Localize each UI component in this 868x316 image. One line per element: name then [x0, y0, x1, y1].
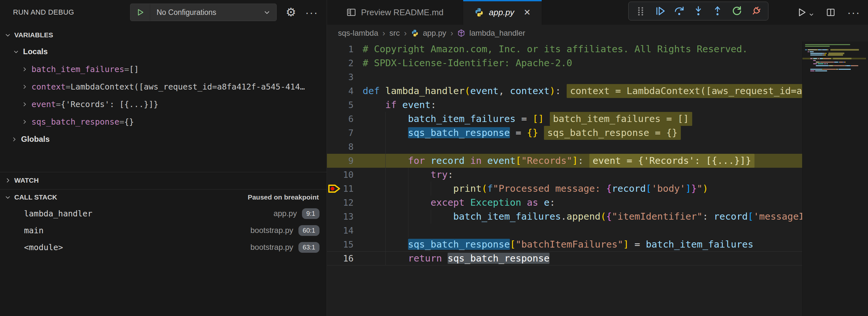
- tab-app-py[interactable]: app.py ✕: [463, 0, 542, 25]
- frame-position-badge: 9:1: [302, 208, 319, 219]
- variable-row[interactable]: context = LambdaContext([aws_request_id=…: [0, 78, 327, 95]
- frame-position-badge: 63:1: [299, 242, 319, 253]
- code-line[interactable]: 6 batch_item_failures = []batch_item_fai…: [327, 112, 802, 126]
- watch-section: WATCH: [0, 172, 327, 189]
- breadcrumb-folder[interactable]: sqs-lambda: [338, 29, 378, 38]
- line-number[interactable]: 10: [327, 168, 363, 182]
- gear-icon[interactable]: ⚙: [286, 6, 296, 18]
- code-viewport[interactable]: 1 # Copyright Amazon.com, Inc. or its af…: [327, 42, 802, 316]
- continue-icon[interactable]: [653, 4, 667, 18]
- run-python-file-button[interactable]: [797, 7, 814, 17]
- line-number[interactable]: 9: [327, 154, 363, 168]
- watch-section-header[interactable]: WATCH: [0, 172, 327, 189]
- line-number[interactable]: 1: [327, 42, 363, 56]
- more-actions-icon[interactable]: ···: [847, 9, 860, 15]
- code-line[interactable]: 4 def lambda_handler(event, context):con…: [327, 84, 802, 98]
- minimap[interactable]: [802, 41, 868, 316]
- editor-actions: ···: [797, 0, 860, 25]
- code-line[interactable]: 14: [327, 224, 802, 238]
- code-line[interactable]: 8: [327, 140, 802, 154]
- line-number[interactable]: 4: [327, 84, 363, 98]
- more-actions-icon[interactable]: ···: [305, 9, 318, 15]
- tab-preview-readme[interactable]: Preview README.md: [327, 0, 463, 25]
- line-number[interactable]: 14: [327, 224, 363, 238]
- step-into-icon[interactable]: [691, 4, 706, 18]
- start-debug-icon[interactable]: [130, 4, 150, 21]
- restart-icon[interactable]: [730, 4, 744, 18]
- inline-value-chip: event = {'Records': [{...}]}: [589, 154, 754, 168]
- code-line[interactable]: 1 # Copyright Amazon.com, Inc. or its af…: [327, 42, 802, 56]
- variable-value: {}: [124, 117, 134, 127]
- code-line[interactable]: 9 for record in event["Records"]:event =…: [327, 154, 802, 168]
- stack-frame-row[interactable]: lambda_handler app.py 9:1: [0, 205, 327, 222]
- code-line[interactable]: 16 return sqs_batch_response: [327, 251, 802, 265]
- tab-label: app.py: [489, 7, 514, 18]
- call-stack-list: lambda_handler app.py 9:1 main bootstrap…: [0, 205, 327, 256]
- inline-value-chip: sqs_batch_response = {}: [544, 126, 681, 140]
- variable-row[interactable]: batch_item_failures = []: [0, 60, 327, 78]
- symbol-method-icon: [457, 29, 465, 37]
- code-line[interactable]: 13 batch_item_failures.append({"itemIden…: [327, 210, 802, 224]
- line-number[interactable]: 13: [327, 210, 363, 224]
- line-number[interactable]: 8: [327, 140, 363, 154]
- step-over-icon[interactable]: [672, 4, 686, 18]
- code-line[interactable]: 12 except Exception as e:: [327, 196, 802, 210]
- variable-name: batch_item_failures: [31, 65, 124, 74]
- code-line[interactable]: 15 sqs_batch_response["batchItemFailures…: [327, 238, 802, 251]
- chevron-right-icon: ›: [451, 29, 453, 38]
- inline-value-chip: context = LambdaContext([aws_request_id=…: [567, 84, 802, 98]
- line-number[interactable]: 3: [327, 70, 363, 84]
- code-line[interactable]: 7 sqs_batch_response = {}sqs_batch_respo…: [327, 126, 802, 140]
- line-number[interactable]: 2: [327, 56, 363, 70]
- code-line[interactable]: 5 if event:: [327, 98, 802, 112]
- frame-position-badge: 60:1: [299, 225, 319, 236]
- chevron-right-icon: ›: [404, 29, 406, 38]
- line-number[interactable]: 7: [327, 126, 363, 140]
- line-number[interactable]: 12: [327, 196, 363, 210]
- code-line[interactable]: 11 print(f"Processed message: {record['b…: [327, 182, 802, 196]
- variables-section-header[interactable]: VARIABLES: [0, 27, 327, 43]
- variable-row[interactable]: event = {'Records': [{...}]}: [0, 95, 327, 113]
- watch-header-label: WATCH: [14, 177, 39, 184]
- call-stack-section-header[interactable]: CALL STACK Paused on breakpoint: [0, 189, 327, 205]
- line-number[interactable]: 11: [327, 182, 363, 196]
- breadcrumb-file[interactable]: app.py: [423, 29, 446, 38]
- indent-guide: [385, 251, 386, 265]
- variable-name: context: [31, 82, 65, 92]
- variable-value: {'Records': [{...}]}: [61, 100, 158, 109]
- variables-header-label: VARIABLES: [14, 31, 53, 39]
- variable-row[interactable]: sqs_batch_response = {}: [0, 113, 327, 130]
- stack-frame-row[interactable]: <module> bootstrap.py 63:1: [0, 239, 327, 256]
- code-line[interactable]: 10 try:: [327, 168, 802, 182]
- line-number[interactable]: 6: [327, 112, 363, 126]
- sidebar-title: RUN AND DEBUG: [13, 8, 74, 17]
- breadcrumb-symbol[interactable]: lambda_handler: [469, 29, 525, 38]
- step-out-icon[interactable]: [710, 4, 725, 18]
- code-line[interactable]: 2 # SPDX-License-Identifier: Apache-2.0: [327, 56, 802, 70]
- indent-guide: [408, 210, 408, 224]
- indent-guide: [385, 126, 386, 140]
- code-editor[interactable]: 1 # Copyright Amazon.com, Inc. or its af…: [327, 41, 868, 316]
- scope-globals-row[interactable]: Globals: [0, 130, 327, 148]
- line-number[interactable]: 16: [327, 251, 363, 265]
- chevron-down-icon: [809, 12, 814, 17]
- code-line[interactable]: 3: [327, 70, 802, 84]
- launch-config-dropdown[interactable]: No Configurations: [130, 4, 277, 21]
- close-icon[interactable]: ✕: [524, 7, 531, 18]
- chevron-collapsed-icon: [22, 101, 28, 107]
- indent-guide: [431, 182, 431, 196]
- vscode-window: RUN AND DEBUG No Configurations ⚙ ···: [0, 0, 868, 316]
- scope-locals-row[interactable]: Locals: [0, 43, 327, 60]
- disconnect-icon[interactable]: [749, 4, 763, 18]
- scope-label: Locals: [23, 47, 48, 56]
- drag-handle[interactable]: [633, 4, 648, 18]
- split-editor-icon[interactable]: [826, 7, 836, 17]
- frame-file: bootstrap.py: [250, 226, 293, 235]
- indent-guide: [431, 210, 431, 224]
- line-number[interactable]: 15: [327, 238, 363, 251]
- indent-guide: [385, 210, 386, 224]
- sidebar-header: RUN AND DEBUG No Configurations ⚙ ···: [0, 0, 327, 25]
- stack-frame-row[interactable]: main bootstrap.py 60:1: [0, 222, 327, 239]
- line-number[interactable]: 5: [327, 98, 363, 112]
- breadcrumb-folder[interactable]: src: [389, 29, 400, 38]
